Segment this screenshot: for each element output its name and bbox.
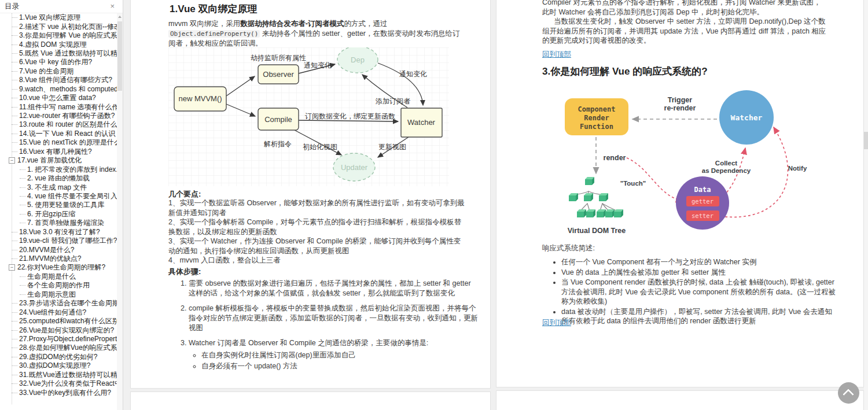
toc-item-label: 28.你是如何理解Vue的响应式系统的? [19,343,117,352]
toc-item[interactable]: 各个生命周期的作用 [0,281,117,290]
toc-item-label: 6. 开启gzip压缩 [27,210,75,219]
toc-item-label: 各个生命周期的作用 [27,281,90,290]
sidebar-scrollbar[interactable] [117,13,123,410]
toc-item[interactable]: 4.虚拟 DOM 实现原理 [0,40,117,49]
toc-item-label: 8.Vue 组件间通信有哪些方式? [19,76,112,84]
toc-item[interactable]: 28.你是如何理解Vue的响应式系统的? [0,343,117,352]
toc-item[interactable]: 7. 首页单独做服务端渲染 [0,219,117,227]
toc-item[interactable]: 24.Vue组件如何通信? [0,308,117,316]
tree-glyph-icon [20,276,25,277]
toc-item-label: 16.Vuex 有哪几种属性? [19,147,92,156]
toc-item[interactable]: 5.既然 Vue 通过数据劫持可以精准探 [0,49,117,58]
toc-item[interactable]: 23.异步请求适合在哪个生命周期调用? [0,299,117,308]
main-scroll-thumb[interactable] [864,132,868,149]
label-add-subscriber: 添加订阅者 [376,97,410,105]
tree-glyph-icon [12,89,17,90]
toc-item[interactable]: 生命周期是什么 [0,272,117,281]
toc-item[interactable]: 29.虚拟DOM的优劣如何? [0,353,117,361]
toc-item[interactable]: 7.Vue 的生命周期 [0,67,117,76]
toc-item[interactable]: 6.Vue 中 key 值的作用? [0,58,117,67]
toc-item[interactable]: 20.MVVM是什么? [0,245,117,254]
answer-2-paragraph-1: Compiler 对元素节点的各个指令进行解析，初始化视图，并订阅 Watche… [542,0,827,17]
intro-text-2: 的方式，通过 [344,20,387,28]
node-new-mvvm: new MVVM() [178,94,222,103]
toc-item[interactable]: 27.Proxy与Object.defineProperty的 [0,335,117,343]
sidebar-scroll-thumb[interactable] [117,21,122,91]
tree-glyph-icon [9,157,15,164]
toc-item[interactable]: 3. 不生成 map 文件 [0,183,117,191]
label-collect-1: Collect [715,160,738,167]
toc-item-label: 5.既然 Vue 通过数据劫持可以精准探 [19,49,117,58]
close-icon[interactable]: × [110,0,115,13]
toc-list: 1.Vue 双向绑定原理 2.描述下 vue 从初始化页面--修改数据 3.你是… [0,13,117,410]
toc-item[interactable]: 2.描述下 vue 从初始化页面--修改数据 [0,22,117,31]
tree-glyph-icon [12,383,17,384]
node-watcher: Watcher [407,118,436,127]
toc-item[interactable]: 31.既然Vue通过数据劫持可以精准探 [0,371,117,379]
summary-bullet: Vue 的 data 上的属性会被添加 getter 和 setter 属性 [561,268,839,278]
toc-item[interactable]: 生命周期示意图 [0,290,117,299]
virtual-dom-tree [572,191,617,211]
intro-bold: 数据劫持结合发布者-订阅者模式 [240,20,344,28]
toc-item-label: 4. vue 组件尽量不要全局引入 [27,192,117,201]
toc-item[interactable]: 18.Vue 3.0 有没有过了解? [0,228,117,237]
step-item: Watcher 订阅者是 Observer 和 Compile 之间通信的桥梁，… [189,338,478,371]
tree-glyph-icon [20,294,25,295]
toc-item[interactable]: 30.虚拟DOM实现原理? [0,361,117,370]
toc-item[interactable]: 17.vue 首屏加载优化 [0,156,117,165]
toc-item[interactable]: 12.vue-router 有哪些钩子函数? [0,112,117,120]
toc-item[interactable]: 1.Vue 双向绑定原理 [0,13,117,22]
summary-bullet: 任何一个 Vue Component 都有一个与之对应的 Watcher 实例 [561,257,839,267]
toc-item[interactable]: 15.Vue 的 nextTick 的原理是什么? [0,138,117,147]
toc-item[interactable]: 5. 使用更轻量级的工具库 [0,201,117,209]
toc-item-label: 5. 使用更轻量级的工具库 [27,201,104,209]
tree-glyph-icon [12,339,17,339]
toc-item[interactable]: 33.Vue中的key到底有什么用? [0,388,117,397]
toc-item[interactable]: 16.Vuex 有哪几种属性? [0,147,117,156]
node-component-render-2: Render [584,114,609,122]
back-to-top-link[interactable]: 回到顶部 [542,318,571,328]
toc-item[interactable]: 1. 把不常改变的库放到 index.htm [0,165,117,173]
toc-item[interactable]: 2. vue 路由的懒加载 [0,174,117,183]
step-item: compile 解析模板指令，将模板中的变量替换成数据，然后初始化渲染页面视图，… [189,304,478,333]
toc-item-label: 24.Vue组件如何通信? [19,308,86,316]
vue-reactivity-diagram: Component Render Function Watcher Data g… [539,81,816,244]
toc-item[interactable]: 11.组件中写 name 选项有什么作用? [0,102,117,111]
step-item: 需要 observe 的数据对象进行递归遍历，包括子属性对象的属性，都加上 se… [189,279,478,298]
toc-item-label: 26.Vue是如何实现双向绑定的? [19,326,114,334]
tree-glyph-icon [12,365,17,366]
answer-2-paragraph-2: 当数据发生变化时，触发 Observer 中 setter 方法，立即调用 De… [542,17,827,46]
toc-item[interactable]: 21.MVVM的优缺点? [0,254,117,263]
back-to-top-button[interactable] [838,382,859,404]
toc-item-label: 7. 首页单独做服务端渲染 [27,219,104,227]
tree-glyph-icon [12,71,17,72]
toc-item[interactable]: 10.vue 中怎么重置 data? [0,94,117,102]
toc-item[interactable]: 4. vue 组件尽量不要全局引入 [0,192,117,201]
toc-item[interactable]: 6. 开启gzip压缩 [0,210,117,219]
toc-item[interactable]: 26.Vue是如何实现双向绑定的? [0,326,117,334]
toc-item-label: 19.vue-cli 替我们做了哪些工作? [19,237,117,245]
tree-glyph-icon [20,223,25,223]
toc-item[interactable]: 25.computed和watch有什么区别? [0,317,117,326]
toc-item[interactable]: 9.watch、methods 和 computed 的 [0,85,117,94]
toc-item[interactable]: 19.vue-cli 替我们做了哪些工作? [0,237,117,245]
toc-item-label: 生命周期示意图 [27,290,76,299]
tree-glyph-icon [12,321,17,322]
tree-glyph-icon [12,35,17,36]
tree-glyph-icon [12,258,17,259]
toc-item[interactable]: 14.说一下 Vue 和 React 的认识，做- [0,130,117,138]
summary-bullet: 当 Vue Component render 函数被执行的时候, data 上会… [561,278,839,306]
back-to-top-link[interactable]: 回到顶部 [542,50,571,60]
toc-item[interactable]: 8.Vue 组件间通信有哪些方式? [0,76,117,84]
label-touch: "Touch" [620,180,646,187]
tree-glyph-icon [20,205,25,205]
toc-item[interactable]: 32.Vue为什么没有类似于React中sho [0,379,117,388]
scroll-up-icon[interactable] [118,16,122,18]
toc-item[interactable]: 3.你是如何理解 Vue 的响应式系统的? [0,31,117,40]
document-page-1-next [130,391,491,410]
toc-item-label: 21.MVVM的优缺点? [19,254,81,263]
main-scrollbar[interactable] [864,0,868,410]
tree-glyph-icon [9,264,15,271]
toc-item[interactable]: 22.你对Vue生命周期的理解? [0,263,117,272]
toc-item[interactable]: 13.route 和 router 的区别是什么? [0,120,117,129]
